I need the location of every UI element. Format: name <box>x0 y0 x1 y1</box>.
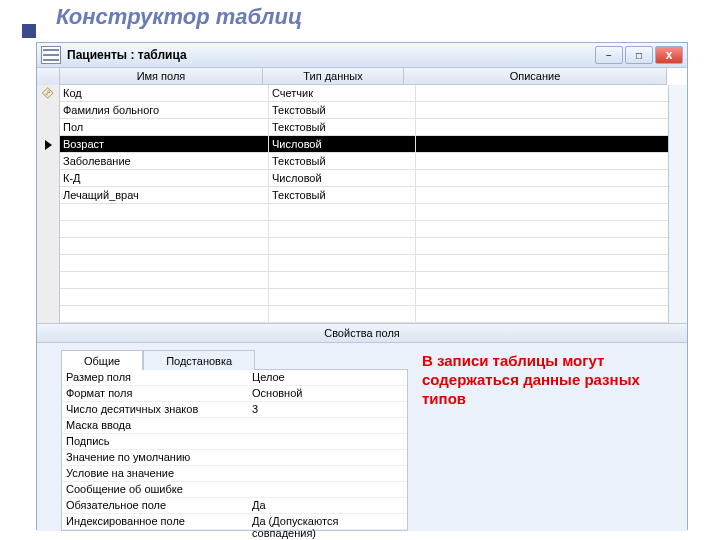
field-desc-cell[interactable] <box>416 102 685 119</box>
minimize-button[interactable]: − <box>595 46 623 64</box>
field-name-cell[interactable]: Лечащий_врач <box>60 187 269 204</box>
table-row[interactable]: ВозрастЧисловой <box>37 136 687 153</box>
row-marker[interactable] <box>37 221 60 238</box>
property-row[interactable]: Условие на значение <box>62 466 407 482</box>
table-row[interactable] <box>37 238 687 255</box>
vertical-scrollbar[interactable] <box>668 85 687 323</box>
field-desc-cell[interactable] <box>416 187 685 204</box>
close-button[interactable]: x <box>655 46 683 64</box>
empty-cell[interactable] <box>269 306 416 323</box>
empty-cell[interactable] <box>60 204 269 221</box>
property-value[interactable] <box>248 450 407 465</box>
field-type-cell[interactable]: Текстовый <box>269 153 416 170</box>
field-desc-cell[interactable] <box>416 153 685 170</box>
property-value[interactable] <box>248 466 407 481</box>
empty-cell[interactable] <box>416 272 685 289</box>
row-marker[interactable] <box>37 136 60 153</box>
table-row[interactable]: ПолТекстовый <box>37 119 687 136</box>
empty-cell[interactable] <box>60 306 269 323</box>
field-desc-cell[interactable] <box>416 170 685 187</box>
empty-cell[interactable] <box>60 255 269 272</box>
property-row[interactable]: Подпись <box>62 434 407 450</box>
empty-cell[interactable] <box>416 221 685 238</box>
table-row[interactable] <box>37 272 687 289</box>
property-value[interactable]: Основной <box>248 386 407 401</box>
property-row[interactable]: Размер поляЦелое <box>62 370 407 386</box>
field-type-cell[interactable]: Числовой <box>269 170 416 187</box>
row-marker[interactable] <box>37 170 60 187</box>
empty-cell[interactable] <box>269 255 416 272</box>
property-value[interactable]: Да (Допускаются совпадения) <box>248 514 407 529</box>
property-row[interactable]: Маска ввода <box>62 418 407 434</box>
table-row[interactable] <box>37 204 687 221</box>
field-type-cell[interactable]: Текстовый <box>269 187 416 204</box>
field-name-cell[interactable]: Фамилия больного <box>60 102 269 119</box>
row-marker[interactable]: ⚿ <box>37 85 60 102</box>
table-row[interactable] <box>37 221 687 238</box>
table-row[interactable] <box>37 255 687 272</box>
empty-cell[interactable] <box>416 289 685 306</box>
field-name-cell[interactable]: Пол <box>60 119 269 136</box>
property-row[interactable]: Сообщение об ошибке <box>62 482 407 498</box>
row-marker[interactable] <box>37 255 60 272</box>
table-row[interactable]: ⚿КодСчетчик <box>37 85 687 102</box>
property-value[interactable]: Да <box>248 498 407 513</box>
field-name-cell[interactable]: Код <box>60 85 269 102</box>
field-type-cell[interactable]: Текстовый <box>269 119 416 136</box>
col-header-name[interactable]: Имя поля <box>60 68 263 85</box>
property-row[interactable]: Формат поляОсновной <box>62 386 407 402</box>
table-row[interactable]: ЗаболеваниеТекстовый <box>37 153 687 170</box>
field-type-cell[interactable]: Числовой <box>269 136 416 153</box>
empty-cell[interactable] <box>60 238 269 255</box>
row-marker[interactable] <box>37 153 60 170</box>
empty-cell[interactable] <box>269 221 416 238</box>
property-value[interactable] <box>248 418 407 433</box>
empty-cell[interactable] <box>416 306 685 323</box>
empty-cell[interactable] <box>269 238 416 255</box>
table-row[interactable]: К-ДЧисловой <box>37 170 687 187</box>
field-type-cell[interactable]: Счетчик <box>269 85 416 102</box>
fields-grid[interactable]: Имя поля Тип данных Описание ⚿КодСчетчик… <box>37 68 687 323</box>
row-marker[interactable] <box>37 119 60 136</box>
property-row[interactable]: Значение по умолчанию <box>62 450 407 466</box>
empty-cell[interactable] <box>416 204 685 221</box>
row-marker[interactable] <box>37 238 60 255</box>
property-value[interactable]: Целое <box>248 370 407 385</box>
table-row[interactable] <box>37 306 687 323</box>
property-value[interactable]: 3 <box>248 402 407 417</box>
property-value[interactable] <box>248 482 407 497</box>
field-desc-cell[interactable] <box>416 136 685 153</box>
empty-cell[interactable] <box>60 221 269 238</box>
empty-cell[interactable] <box>269 272 416 289</box>
field-desc-cell[interactable] <box>416 119 685 136</box>
property-row[interactable]: Число десятичных знаков3 <box>62 402 407 418</box>
table-row[interactable]: Фамилия больногоТекстовый <box>37 102 687 119</box>
property-value[interactable] <box>248 434 407 449</box>
tab-general[interactable]: Общие <box>61 350 143 370</box>
property-row[interactable]: Индексированное полеДа (Допускаются совп… <box>62 514 407 530</box>
row-marker[interactable] <box>37 102 60 119</box>
col-header-desc[interactable]: Описание <box>404 68 667 85</box>
empty-cell[interactable] <box>60 289 269 306</box>
empty-cell[interactable] <box>60 272 269 289</box>
field-name-cell[interactable]: К-Д <box>60 170 269 187</box>
col-header-type[interactable]: Тип данных <box>263 68 404 85</box>
table-row[interactable] <box>37 289 687 306</box>
property-row[interactable]: Обязательное полеДа <box>62 498 407 514</box>
properties-grid[interactable]: Размер поляЦелоеФормат поляОсновнойЧисло… <box>61 369 408 531</box>
maximize-button[interactable]: □ <box>625 46 653 64</box>
row-marker[interactable] <box>37 306 60 323</box>
row-marker[interactable] <box>37 187 60 204</box>
row-marker[interactable] <box>37 204 60 221</box>
field-name-cell[interactable]: Возраст <box>60 136 269 153</box>
empty-cell[interactable] <box>416 255 685 272</box>
tab-lookup[interactable]: Подстановка <box>143 350 255 370</box>
table-row[interactable]: Лечащий_врачТекстовый <box>37 187 687 204</box>
field-name-cell[interactable]: Заболевание <box>60 153 269 170</box>
field-desc-cell[interactable] <box>416 85 685 102</box>
empty-cell[interactable] <box>269 204 416 221</box>
row-marker[interactable] <box>37 289 60 306</box>
empty-cell[interactable] <box>269 289 416 306</box>
row-marker[interactable] <box>37 272 60 289</box>
field-type-cell[interactable]: Текстовый <box>269 102 416 119</box>
